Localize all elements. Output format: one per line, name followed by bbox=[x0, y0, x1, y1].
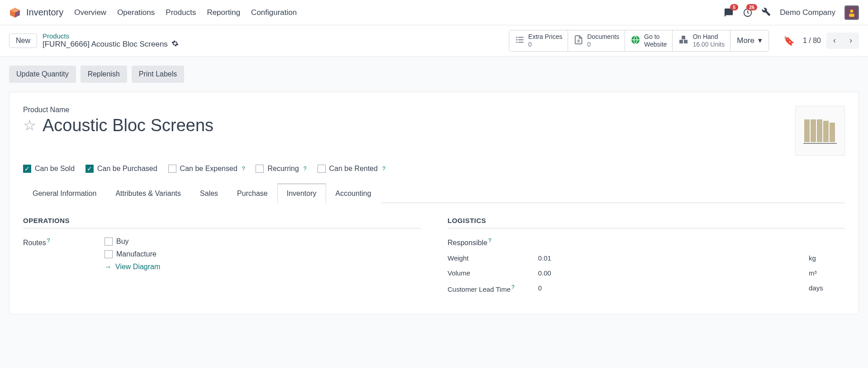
svg-rect-17 bbox=[804, 119, 810, 142]
nav-reporting[interactable]: Reporting bbox=[207, 8, 240, 17]
help-icon[interactable]: ? bbox=[489, 237, 492, 244]
user-avatar[interactable] bbox=[844, 5, 859, 20]
gear-icon[interactable] bbox=[171, 40, 179, 49]
product-options: ✓Can be Sold ✓Can be Purchased Can be Ex… bbox=[23, 165, 845, 173]
messages-badge: 5 bbox=[730, 4, 738, 10]
nav-configuration[interactable]: Configuration bbox=[251, 8, 297, 17]
replenish-button[interactable]: Replenish bbox=[81, 66, 127, 83]
logistics-title: LOGISTICS bbox=[448, 217, 845, 228]
svg-rect-7 bbox=[516, 37, 518, 38]
can-be-rented-checkbox[interactable]: Can be Rented? bbox=[318, 165, 385, 173]
svg-rect-12 bbox=[518, 42, 523, 43]
weight-field[interactable]: 0.01 bbox=[538, 254, 800, 262]
arrow-right-icon: → bbox=[104, 263, 112, 271]
print-labels-button[interactable]: Print Labels bbox=[132, 66, 185, 83]
nav-products[interactable]: Products bbox=[166, 8, 196, 17]
favorite-star-icon[interactable]: ☆ bbox=[23, 117, 36, 134]
pager: 🔖 1 / 80 ‹ › bbox=[783, 33, 859, 49]
svg-rect-21 bbox=[830, 123, 835, 142]
logistics-section: LOGISTICS Responsible? Weight 0.01 kg Vo… bbox=[448, 217, 845, 300]
product-title[interactable]: Acoustic Bloc Screens bbox=[43, 116, 213, 135]
route-buy-checkbox[interactable]: Buy bbox=[104, 237, 421, 246]
can-be-purchased-checkbox[interactable]: ✓Can be Purchased bbox=[85, 165, 157, 173]
document-icon bbox=[574, 35, 583, 46]
check-icon: ✓ bbox=[23, 165, 31, 173]
svg-rect-19 bbox=[817, 119, 822, 142]
operations-section: OPERATIONS Routes? Buy Manufacture →View… bbox=[23, 217, 421, 300]
breadcrumb-products[interactable]: Products bbox=[43, 32, 179, 40]
breadcrumb-bar: New Products [FURN_6666] Acoustic Bloc S… bbox=[0, 25, 868, 57]
app-logo-icon bbox=[9, 7, 21, 19]
lead-time-unit: days bbox=[809, 284, 845, 292]
recurring-checkbox[interactable]: Recurring? bbox=[256, 165, 306, 173]
app-title: Inventory bbox=[26, 7, 63, 18]
company-name[interactable]: Demo Company bbox=[780, 8, 835, 17]
can-be-sold-checkbox[interactable]: ✓Can be Sold bbox=[23, 165, 75, 173]
svg-rect-14 bbox=[679, 40, 683, 43]
stat-documents[interactable]: Documents0 bbox=[568, 30, 625, 51]
breadcrumb-current: [FURN_6666] Acoustic Bloc Screens bbox=[43, 40, 168, 49]
pager-info: 1 / 80 bbox=[803, 37, 821, 45]
activities-badge: 26 bbox=[746, 4, 757, 10]
action-buttons: Update Quantity Replenish Print Labels bbox=[9, 66, 859, 83]
svg-rect-6 bbox=[849, 14, 854, 17]
lead-time-field[interactable]: 0 bbox=[538, 284, 800, 292]
product-image[interactable] bbox=[795, 106, 845, 156]
help-icon[interactable]: ? bbox=[382, 166, 385, 172]
form-tabs: General Information Attributes & Variant… bbox=[23, 184, 845, 203]
svg-rect-16 bbox=[682, 36, 685, 39]
tools-icon[interactable] bbox=[762, 7, 771, 18]
new-button[interactable]: New bbox=[9, 33, 37, 48]
tab-sales[interactable]: Sales bbox=[190, 184, 228, 203]
globe-icon bbox=[631, 35, 640, 46]
pager-prev-button[interactable]: ‹ bbox=[826, 33, 843, 49]
product-form: Product Name ☆ Acoustic Bloc Screens ✓Ca… bbox=[9, 92, 859, 314]
svg-rect-10 bbox=[518, 39, 523, 40]
operations-title: OPERATIONS bbox=[23, 217, 421, 228]
svg-point-5 bbox=[850, 9, 854, 13]
tab-accounting[interactable]: Accounting bbox=[326, 184, 381, 203]
bookmark-icon[interactable]: 🔖 bbox=[783, 35, 795, 46]
tab-purchase[interactable]: Purchase bbox=[228, 184, 277, 203]
svg-rect-9 bbox=[516, 39, 518, 40]
nav-overview[interactable]: Overview bbox=[74, 8, 106, 17]
volume-field[interactable]: 0.00 bbox=[538, 269, 800, 277]
tab-general-information[interactable]: General Information bbox=[23, 184, 106, 203]
tab-inventory[interactable]: Inventory bbox=[277, 184, 326, 203]
breadcrumb: Products [FURN_6666] Acoustic Bloc Scree… bbox=[43, 32, 179, 49]
help-icon[interactable]: ? bbox=[304, 166, 307, 172]
svg-rect-15 bbox=[684, 40, 688, 43]
stat-on-hand[interactable]: On Hand16.00 Units bbox=[673, 30, 730, 51]
check-icon bbox=[104, 250, 113, 258]
nav-operations[interactable]: Operations bbox=[117, 8, 155, 17]
svg-rect-8 bbox=[518, 37, 523, 38]
messages-icon[interactable]: 5 bbox=[724, 8, 734, 18]
svg-rect-18 bbox=[811, 119, 816, 142]
list-icon bbox=[515, 35, 525, 46]
main-nav: Overview Operations Products Reporting C… bbox=[74, 8, 297, 17]
pager-next-button[interactable]: › bbox=[843, 33, 859, 49]
top-navbar: Inventory Overview Operations Products R… bbox=[0, 0, 868, 25]
responsible-label: Responsible bbox=[448, 239, 488, 247]
content-area: Update Quantity Replenish Print Labels P… bbox=[0, 57, 868, 368]
update-quantity-button[interactable]: Update Quantity bbox=[9, 66, 76, 83]
help-icon[interactable]: ? bbox=[47, 237, 50, 244]
volume-unit: m³ bbox=[809, 269, 845, 277]
check-icon bbox=[256, 165, 264, 173]
inventory-tab-content: OPERATIONS Routes? Buy Manufacture →View… bbox=[23, 217, 845, 300]
route-manufacture-checkbox[interactable]: Manufacture bbox=[104, 250, 421, 258]
help-icon[interactable]: ? bbox=[242, 166, 245, 172]
view-diagram-link[interactable]: →View Diagram bbox=[104, 263, 421, 271]
svg-rect-20 bbox=[823, 121, 829, 142]
stat-extra-prices[interactable]: Extra Prices0 bbox=[509, 30, 568, 51]
activities-icon[interactable]: 26 bbox=[743, 8, 753, 18]
boxes-icon bbox=[678, 34, 689, 47]
stat-go-to-website[interactable]: Go toWebsite bbox=[625, 30, 673, 51]
tab-attributes-variants[interactable]: Attributes & Variants bbox=[106, 184, 190, 203]
help-icon[interactable]: ? bbox=[512, 284, 515, 290]
can-be-expensed-checkbox[interactable]: Can be Expensed? bbox=[168, 165, 245, 173]
volume-label: Volume bbox=[448, 269, 529, 277]
check-icon: ✓ bbox=[85, 165, 94, 173]
weight-unit: kg bbox=[809, 254, 845, 262]
stat-more[interactable]: More ▾ bbox=[730, 30, 768, 51]
